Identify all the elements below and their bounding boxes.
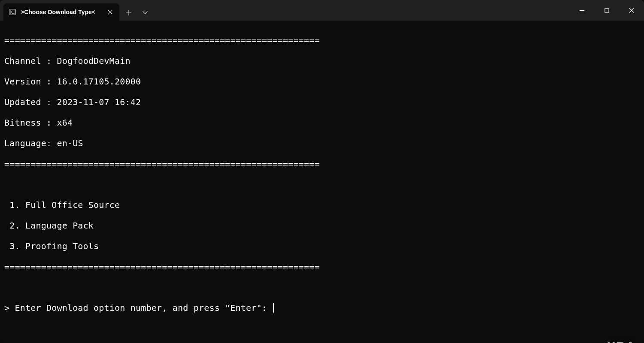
terminal-icon <box>9 8 16 16</box>
label: Updated : <box>4 97 57 107</box>
divider-line: ========================================… <box>4 35 640 45</box>
value: x64 <box>57 117 73 128</box>
blank-line <box>4 179 640 190</box>
prompt-text: > Enter Download option number, and pres… <box>4 303 272 313</box>
menu-option: 1. Full Office Source <box>4 200 640 210</box>
info-bitness: Bitness : x64 <box>4 117 640 128</box>
new-tab-button[interactable] <box>121 5 137 21</box>
blank-line <box>4 282 640 292</box>
tab-active[interactable]: >Choose Download Type< <box>3 3 119 21</box>
tab-title: >Choose Download Type< <box>21 9 100 15</box>
info-version: Version : 16.0.17105.20000 <box>4 76 640 87</box>
titlebar[interactable]: >Choose Download Type< <box>0 0 644 21</box>
terminal-window: >Choose Download Type< <box>0 0 644 343</box>
label: Channel : <box>4 56 57 66</box>
window-controls <box>569 0 644 21</box>
value: 16.0.17105.20000 <box>57 76 141 87</box>
text-cursor <box>273 303 274 313</box>
tab-actions <box>119 5 153 21</box>
svg-rect-7 <box>605 8 608 12</box>
divider-line: ========================================… <box>4 159 640 169</box>
info-channel: Channel : DogfoodDevMain <box>4 56 640 66</box>
label: Version : <box>4 76 57 87</box>
svg-rect-0 <box>9 9 16 15</box>
watermark-logo-icon <box>595 340 605 343</box>
info-updated: Updated : 2023-11-07 16:42 <box>4 97 640 107</box>
divider-line: ========================================… <box>4 262 640 272</box>
menu-option: 3. Proofing Tools <box>4 241 640 251</box>
watermark: XDA <box>595 340 635 343</box>
close-window-button[interactable] <box>619 0 644 21</box>
minimize-button[interactable] <box>569 0 594 21</box>
value: 2023-11-07 16:42 <box>57 97 141 107</box>
tab-close-button[interactable] <box>105 7 115 17</box>
info-language: Language: en-US <box>4 138 640 148</box>
label: Language: <box>4 138 57 148</box>
label: Bitness : <box>4 117 57 128</box>
prompt-line[interactable]: > Enter Download option number, and pres… <box>4 303 640 313</box>
value: DogfoodDevMain <box>57 56 130 66</box>
watermark-text: XDA <box>607 341 635 343</box>
value: en-US <box>57 138 83 148</box>
terminal-body[interactable]: ========================================… <box>0 21 644 343</box>
tab-dropdown-button[interactable] <box>137 5 153 21</box>
menu-option: 2. Language Pack <box>4 220 640 231</box>
tab-strip: >Choose Download Type< <box>0 0 153 21</box>
maximize-button[interactable] <box>594 0 619 21</box>
